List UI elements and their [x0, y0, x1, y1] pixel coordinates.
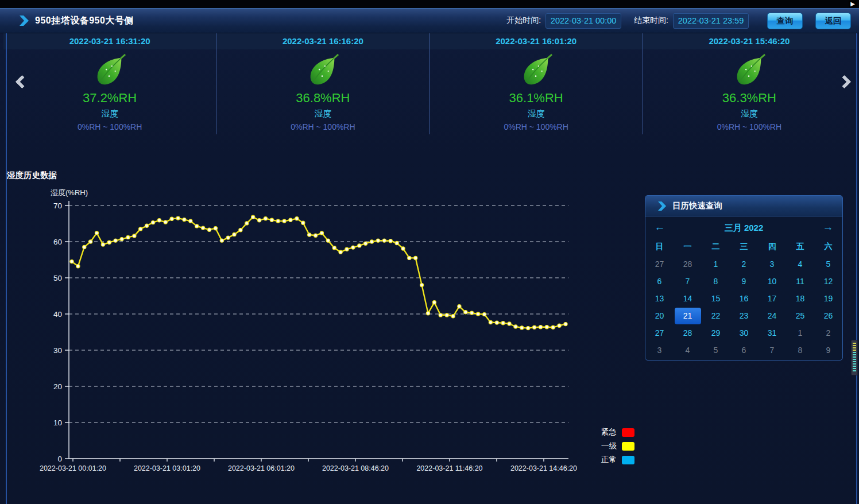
end-time-label: 结束时间:	[634, 15, 668, 26]
back-button[interactable]: 返回	[815, 13, 851, 29]
legend-swatch	[622, 456, 634, 464]
start-time-input[interactable]: 2022-03-21 00:00	[545, 13, 621, 29]
calendar-title: 日历快速查询	[672, 200, 722, 211]
carousel-next-button[interactable]	[837, 73, 857, 93]
calendar-day[interactable]: 2	[730, 255, 758, 273]
query-button[interactable]: 查询	[767, 13, 803, 29]
calendar-header: 日历快速查询	[645, 196, 842, 216]
svg-text:2022-03-21 06:01:20: 2022-03-21 06:01:20	[228, 464, 295, 472]
metric-label: 湿度	[101, 108, 118, 119]
calendar-day[interactable]: 16	[730, 290, 758, 307]
calendar-day[interactable]: 6	[645, 273, 674, 290]
scroll-handle[interactable]	[851, 340, 858, 375]
right-accent-line	[856, 33, 857, 504]
calendar-day[interactable]: 5	[814, 255, 842, 273]
calendar-day[interactable]: 17	[758, 290, 786, 307]
calendar-day[interactable]: 27	[645, 324, 674, 342]
calendar-weekday: 五	[786, 239, 814, 255]
calendar-day[interactable]: 18	[786, 290, 814, 307]
range-label: 0%RH ~ 100%RH	[78, 122, 142, 131]
calendar-day[interactable]: 14	[674, 290, 702, 307]
calendar-day[interactable]: 25	[786, 307, 814, 324]
svg-text:30: 30	[53, 346, 62, 355]
legend-label: 正常	[596, 455, 617, 465]
chevron-left-icon	[15, 75, 29, 88]
sensor-card: 2022-03-21 16:31:20 37.2%RH 湿度 0%RH ~ 10…	[3, 33, 216, 134]
calendar-weekday: 三	[730, 239, 758, 255]
calendar-day[interactable]: 22	[702, 307, 730, 324]
svg-text:2022-03-21 00:01:20: 2022-03-21 00:01:20	[40, 464, 106, 472]
calendar-day[interactable]: 23	[730, 307, 758, 324]
calendar-day[interactable]: 30	[730, 324, 758, 342]
top-strip: ▶	[0, 0, 859, 8]
calendar-day[interactable]: 5	[702, 342, 730, 359]
svg-text:20: 20	[53, 382, 62, 391]
leaf-icon	[92, 53, 127, 88]
calendar-day[interactable]: 27	[645, 255, 674, 273]
calendar-day[interactable]: 28	[674, 324, 702, 342]
page-header: 950挂塔设备950大号侧 开始时间: 2022-03-21 00:00 结束时…	[0, 8, 859, 33]
calendar-day[interactable]: 10	[758, 273, 786, 290]
legend-item: 紧急	[596, 425, 634, 439]
corner-cursor-icon: ▶	[849, 1, 857, 7]
calendar-month-label: 三月 2022	[645, 223, 842, 234]
range-label: 0%RH ~ 100%RH	[504, 122, 568, 131]
calendar-day[interactable]: 29	[702, 324, 730, 342]
svg-text:60: 60	[53, 238, 62, 246]
svg-text:10: 10	[53, 418, 62, 427]
chart-title: 湿度历史数据	[7, 170, 57, 181]
carousel-prev-button[interactable]	[13, 73, 32, 93]
calendar-day[interactable]: 19	[814, 290, 842, 307]
calendar-day[interactable]: 2	[814, 324, 842, 342]
app-root: ▶ 950挂塔设备950大号侧 开始时间: 2022-03-21 00:00 结…	[0, 0, 859, 504]
calendar-day[interactable]: 15	[702, 290, 730, 307]
sensor-card: 2022-03-21 16:01:20 36.1%RH 湿度 0%RH ~ 10…	[430, 33, 643, 134]
calendar-day[interactable]: 7	[674, 273, 702, 290]
range-label: 0%RH ~ 100%RH	[291, 122, 355, 131]
calendar-day[interactable]: 20	[645, 307, 674, 324]
calendar-panel: 日历快速查询 ← 三月 2022 → 日一二三四五六 2728123456789…	[645, 195, 843, 360]
leaf-icon	[519, 53, 554, 88]
calendar-day[interactable]: 24	[758, 307, 786, 324]
calendar-day[interactable]: 8	[786, 342, 814, 359]
calendar-day[interactable]: 3	[758, 255, 786, 273]
humidity-value: 37.2%RH	[83, 91, 137, 106]
calendar-day[interactable]: 9	[730, 273, 758, 290]
calendar-day[interactable]: 4	[786, 255, 814, 273]
header-chevron-icon	[20, 15, 29, 26]
calendar-day[interactable]: 9	[814, 342, 842, 359]
leaf-icon	[305, 53, 340, 88]
calendar-day[interactable]: 1	[702, 255, 730, 273]
end-time-input[interactable]: 2022-03-21 23:59	[673, 13, 749, 29]
humidity-value: 36.3%RH	[722, 91, 776, 106]
sensor-timestamp: 2022-03-21 15:46:20	[643, 33, 856, 49]
calendar-day[interactable]: 26	[814, 307, 842, 324]
metric-label: 湿度	[314, 108, 331, 119]
calendar-weekday-row: 日一二三四五六	[645, 239, 842, 255]
svg-text:2022-03-21 14:46:20: 2022-03-21 14:46:20	[510, 464, 577, 472]
humidity-value: 36.1%RH	[509, 91, 563, 106]
calendar-day-selected[interactable]: 21	[674, 307, 702, 324]
humidity-line-chart: 0102030405060702022-03-21 00:01:202022-0…	[0, 191, 597, 480]
calendar-weekday: 一	[674, 239, 702, 255]
legend-swatch	[622, 442, 634, 451]
calendar-next-month-button[interactable]: →	[821, 221, 835, 234]
leaf-icon	[732, 53, 767, 88]
calendar-day[interactable]: 6	[730, 342, 758, 359]
sensor-timestamp: 2022-03-21 16:16:20	[216, 33, 429, 49]
calendar-day[interactable]: 31	[758, 324, 786, 342]
calendar-day[interactable]: 1	[786, 324, 814, 342]
calendar-day[interactable]: 4	[674, 342, 702, 359]
calendar-weekday: 日	[645, 239, 674, 255]
calendar-day[interactable]: 8	[702, 273, 730, 290]
sensor-timestamp: 2022-03-21 16:31:20	[3, 33, 216, 49]
chart-legend: 紧急一级正常	[596, 425, 634, 467]
svg-text:2022-03-21 03:01:20: 2022-03-21 03:01:20	[134, 464, 200, 472]
calendar-day[interactable]: 28	[674, 255, 702, 273]
calendar-day[interactable]: 12	[814, 273, 842, 290]
calendar-day[interactable]: 11	[786, 273, 814, 290]
legend-item: 正常	[596, 453, 634, 467]
calendar-day[interactable]: 7	[758, 342, 786, 359]
calendar-day[interactable]: 13	[645, 290, 674, 307]
calendar-day[interactable]: 3	[645, 342, 674, 359]
